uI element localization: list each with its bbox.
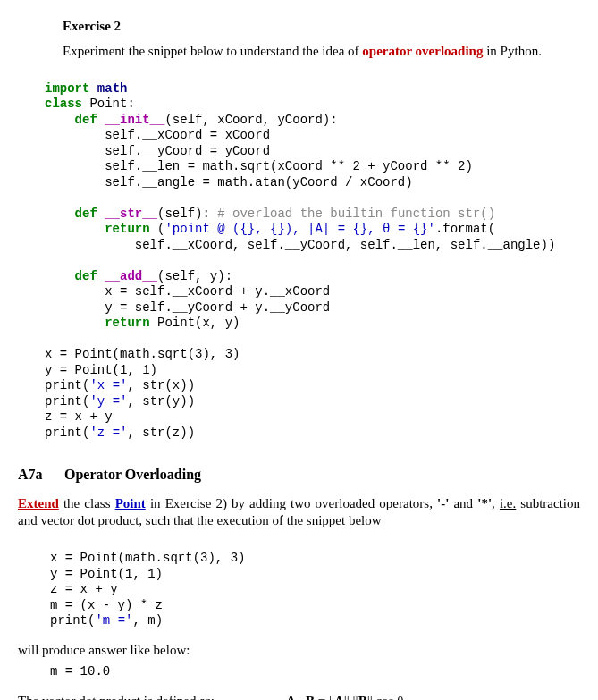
kw: def	[45, 113, 97, 127]
code-line: self.__yCoord = yCoord	[45, 144, 270, 158]
intro-highlight: operator overloading	[362, 44, 483, 58]
comment: # overload the builtin function str()	[217, 207, 495, 221]
section-label: A7a	[18, 466, 61, 485]
tok: , str(x))	[127, 378, 195, 392]
code-line: self.__xCoord, self.__yCoord, self.__len…	[45, 238, 555, 252]
tok: , str(y))	[127, 394, 195, 409]
kw: import	[45, 81, 89, 96]
code-line: x = Point(math.sqrt(3), 3)	[50, 551, 245, 565]
dot-product-formula: A · B = ||A|| ||B|| cos θ	[286, 693, 403, 700]
point-word: Point	[115, 496, 146, 510]
kw: def	[45, 207, 97, 221]
code-line: self.__angle = math.atan(yCoord / xCoord…	[45, 175, 413, 190]
str: 'm ='	[95, 613, 132, 628]
tok: __str__	[97, 207, 157, 221]
kw: return	[45, 316, 150, 330]
section-a7a-heading: A7a Operator Overloading	[18, 466, 580, 485]
exercise2-intro: Experiment the snippet below to understa…	[63, 43, 580, 61]
a7a-p3: will produce answer like below:	[18, 642, 580, 660]
code-line: m = (x - y) * z	[50, 598, 163, 612]
str: 'z ='	[89, 426, 127, 440]
op-minus: '-'	[437, 496, 449, 510]
t: ,	[492, 496, 500, 510]
kw: def	[45, 269, 97, 283]
t: in Exercise 2) by adding two overloaded …	[146, 496, 437, 510]
code-line: self.__xCoord = xCoord	[45, 128, 270, 142]
str: 'point @ ({}, {}), |A| = {}, θ = {}'	[164, 222, 434, 236]
code-block-1: import math class Point: def __init__(se…	[45, 65, 580, 441]
kw: return	[45, 222, 150, 236]
code-line: x = self.__xCoord + y.__xCoord	[45, 284, 330, 299]
str: 'x ='	[89, 378, 127, 392]
tok: Point:	[82, 97, 135, 111]
a7a-p4-row: The vector dot product is defined as: A …	[18, 693, 580, 700]
code-line: self.__len = math.sqrt(xCoord ** 2 + yCo…	[45, 159, 473, 173]
exercise2-title: Exercise 2	[63, 18, 580, 36]
tok: print(	[45, 394, 89, 409]
section-title: Operator Overloading	[64, 467, 201, 482]
tok: __add__	[97, 269, 157, 283]
tok: (self):	[157, 207, 217, 221]
tok: print(	[50, 613, 95, 628]
tok: print(	[45, 378, 89, 392]
code-block-2: x = Point(math.sqrt(3), 3) y = Point(1, …	[50, 536, 580, 629]
a7a-p4: The vector dot product is defined as:	[18, 693, 215, 700]
kw: class	[45, 97, 82, 111]
output-block: m = 10.0	[50, 664, 580, 680]
op-star: '*'	[477, 496, 492, 510]
tok: Point(x, y)	[150, 316, 240, 330]
tok: print(	[45, 426, 89, 440]
tok: (self, y):	[157, 269, 232, 283]
code-line: y = Point(1, 1)	[45, 363, 157, 377]
str: 'y ='	[89, 394, 127, 409]
code-line: x = Point(math.sqrt(3), 3)	[45, 347, 240, 361]
ie-word: i.e.	[500, 496, 516, 510]
a7a-paragraph: Extend the class Point in Exercise 2) by…	[18, 495, 580, 530]
tok: __init__	[97, 113, 165, 127]
t: and	[449, 496, 477, 510]
intro-post: in Python.	[483, 44, 541, 58]
code-line: y = self.__yCoord + y.__yCoord	[45, 300, 330, 315]
code-line: y = Point(1, 1)	[50, 567, 163, 581]
tok: (	[150, 222, 165, 236]
tok: (self, xCoord, yCoord):	[164, 113, 337, 127]
tok: , str(z))	[127, 426, 195, 440]
code-line: z = x + y	[50, 582, 118, 596]
intro-pre: Experiment the snippet below to understa…	[63, 44, 362, 58]
tok: math	[89, 81, 127, 96]
t: the class	[59, 496, 115, 510]
tok: , m)	[132, 613, 163, 628]
code-line: z = x + y	[45, 409, 113, 424]
extend-word: Extend	[18, 496, 59, 510]
tok: .format(	[435, 222, 495, 236]
